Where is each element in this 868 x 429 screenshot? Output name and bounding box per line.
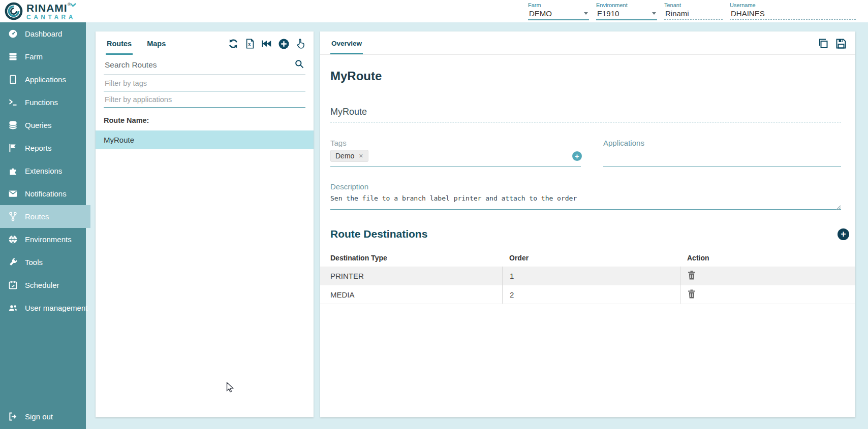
sidebar-item-label: Sign out bbox=[25, 412, 53, 421]
routes-toolbar: x bbox=[227, 38, 306, 55]
sidebar-item-label: Reports bbox=[25, 144, 52, 152]
tag-chip-label: Demo bbox=[335, 152, 354, 160]
sidebar-item-label: Extensions bbox=[25, 167, 62, 175]
tags-field: Tags Demo × + bbox=[330, 139, 581, 167]
sidebar-item-label: Notifications bbox=[25, 189, 67, 198]
dashboard-gauge-icon bbox=[7, 28, 18, 40]
sidebar-item-label: Applications bbox=[25, 75, 66, 84]
envelope-icon bbox=[7, 188, 18, 200]
description-label: Description bbox=[330, 182, 841, 191]
description-textarea[interactable]: Sen the file to a branch label printer a… bbox=[330, 194, 841, 210]
route-list-item[interactable]: MyRoute bbox=[96, 130, 314, 149]
route-name-input[interactable]: MyRoute bbox=[330, 107, 841, 122]
wrench-icon bbox=[7, 257, 18, 268]
add-circle-icon[interactable] bbox=[277, 38, 290, 50]
column-destination-type: Destination Type bbox=[320, 254, 502, 262]
destination-order-cell: 1 bbox=[502, 267, 680, 285]
destination-action-cell bbox=[680, 267, 855, 285]
search-routes-input[interactable] bbox=[105, 60, 288, 70]
tenant-field: Tenant Rinami bbox=[664, 2, 723, 20]
rewind-icon[interactable] bbox=[261, 38, 273, 50]
resize-grip-icon[interactable] bbox=[836, 203, 841, 208]
tab-maps[interactable]: Maps bbox=[146, 34, 167, 55]
farm-select-field: Farm DEMO bbox=[528, 2, 589, 20]
username-label: Username bbox=[730, 2, 856, 8]
environment-select-field: Environment E1910 bbox=[596, 2, 657, 20]
hand-pointer-icon[interactable] bbox=[294, 38, 306, 50]
logo-mark-icon bbox=[4, 2, 23, 21]
applications-input[interactable] bbox=[603, 147, 841, 167]
applications-field: Applications bbox=[603, 139, 841, 167]
sidebar-item-farm[interactable]: Farm bbox=[0, 45, 86, 68]
app-screen: RINAMI® CANTARA Farm DEMO Environment bbox=[0, 0, 868, 429]
logo-title: RINAMI bbox=[26, 2, 68, 14]
sidebar-item-label: Tools bbox=[25, 258, 43, 267]
sidebar-item-scheduler[interactable]: Scheduler bbox=[0, 274, 86, 296]
destination-order-cell: 2 bbox=[502, 285, 680, 304]
sidebar-item-queries[interactable]: Queries bbox=[0, 114, 86, 137]
delete-destination-icon[interactable] bbox=[688, 289, 696, 300]
destination-row: MEDIA 2 bbox=[320, 285, 855, 304]
destinations-table-header: Destination Type Order Action bbox=[320, 249, 855, 267]
sidebar-item-notifications[interactable]: Notifications bbox=[0, 182, 86, 205]
destination-type-cell: MEDIA bbox=[320, 290, 502, 299]
username-value: DHAINES bbox=[730, 9, 856, 20]
detail-toolbar bbox=[817, 38, 847, 54]
detail-content: MyRoute MyRoute Tags Demo × + Applicatio… bbox=[320, 69, 855, 304]
tab-overview[interactable]: Overview bbox=[330, 34, 363, 54]
sidebar-item-label: Functions bbox=[25, 98, 58, 107]
sidebar-item-functions[interactable]: Functions bbox=[0, 91, 86, 114]
sidebar-item-environments[interactable]: Environments bbox=[0, 228, 86, 251]
filter-by-tags-input[interactable] bbox=[105, 79, 304, 87]
tags-chips-row[interactable]: Demo × bbox=[330, 150, 581, 167]
environment-label: Environment bbox=[596, 2, 657, 8]
sidebar-item-routes[interactable]: Routes bbox=[0, 205, 90, 228]
sidebar-item-label: Farm bbox=[25, 52, 43, 61]
tab-routes[interactable]: Routes bbox=[106, 34, 133, 55]
remove-tag-icon[interactable]: × bbox=[359, 152, 363, 160]
tags-label: Tags bbox=[330, 139, 581, 147]
puzzle-icon bbox=[7, 166, 18, 177]
destination-type-cell: PRINTER bbox=[320, 272, 502, 280]
refresh-icon[interactable] bbox=[227, 38, 239, 50]
server-icon bbox=[7, 51, 18, 62]
delete-destination-icon[interactable] bbox=[688, 271, 696, 281]
globe-icon bbox=[7, 234, 18, 245]
sidebar-item-label: Dashboard bbox=[25, 29, 62, 38]
svg-text:x: x bbox=[248, 41, 251, 47]
environment-select[interactable]: E1910 bbox=[596, 9, 657, 20]
sidebar-item-tools[interactable]: Tools bbox=[0, 251, 86, 274]
tag-chip: Demo × bbox=[330, 150, 368, 162]
search-routes-row bbox=[104, 56, 305, 75]
tenant-value: Rinami bbox=[664, 9, 723, 20]
excel-export-icon[interactable]: x bbox=[244, 38, 256, 50]
logo-subtitle: CANTARA bbox=[26, 14, 76, 20]
applications-label: Applications bbox=[603, 139, 841, 147]
destination-row: PRINTER 1 bbox=[320, 267, 855, 285]
sidebar-item-applications[interactable]: Applications bbox=[0, 68, 86, 91]
copy-icon[interactable] bbox=[817, 38, 829, 50]
sidebar-item-dashboard[interactable]: Dashboard bbox=[0, 22, 86, 45]
sidebar-item-reports[interactable]: Reports bbox=[0, 137, 86, 159]
add-destination-button[interactable]: + bbox=[838, 228, 849, 240]
username-field: Username DHAINES bbox=[730, 2, 856, 20]
calendar-icon bbox=[7, 280, 18, 291]
chevron-down-icon bbox=[584, 12, 588, 15]
terminal-icon bbox=[7, 97, 18, 108]
add-tag-button[interactable]: + bbox=[572, 151, 582, 161]
sidebar-item-extensions[interactable]: Extensions bbox=[0, 159, 86, 182]
sidebar-item-user-management[interactable]: User management bbox=[0, 296, 86, 319]
farm-select[interactable]: DEMO bbox=[528, 9, 589, 20]
tablet-icon bbox=[7, 74, 18, 85]
search-icon[interactable] bbox=[294, 59, 304, 71]
save-icon[interactable] bbox=[835, 38, 847, 50]
chevron-down-icon bbox=[652, 12, 656, 15]
session-fields: Farm DEMO Environment E1910 Tenant Rinam… bbox=[528, 2, 868, 20]
description-field: Description Sen the file to a branch lab… bbox=[330, 182, 841, 210]
filter-by-applications-input[interactable] bbox=[105, 95, 304, 104]
sidebar-item-sign-out[interactable]: Sign out bbox=[0, 405, 86, 428]
sign-out-icon bbox=[7, 411, 18, 422]
column-action: Action bbox=[680, 254, 855, 262]
app-logo: RINAMI® CANTARA bbox=[0, 2, 76, 21]
tenant-label: Tenant bbox=[664, 2, 723, 8]
